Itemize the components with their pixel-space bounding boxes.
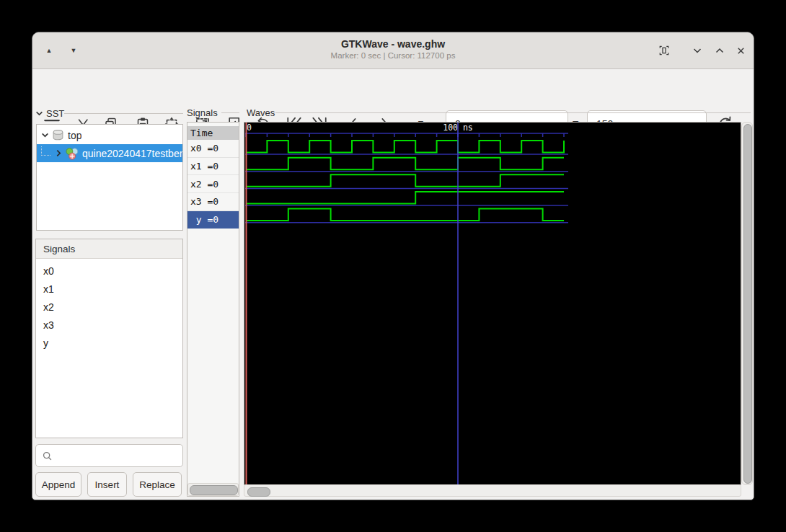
tree-guide-line [41,146,50,156]
signals-hscrollbar-track[interactable] [187,483,239,496]
wave-canvas-svg: 0100 ns [244,123,741,484]
wave-row-label-y[interactable]: y =0 [187,211,239,229]
wave-row-label-x2[interactable]: x2 =0 [187,175,239,193]
waveform-x2 [246,174,564,186]
waves-hscrollbar-thumb[interactable] [247,487,270,497]
window-title: GTKWave - wave.ghw [32,38,754,50]
expander-chevron-right-icon[interactable] [53,149,63,157]
signal-list-item-x3[interactable]: x3 [36,316,182,334]
signal-list-item-x1[interactable]: x1 [36,280,182,298]
tree-item-label: quine20240417testbench [82,148,182,159]
waves-vscrollbar-track[interactable] [741,122,753,485]
tree-item-testbench[interactable]: quine20240417testbench [37,144,182,162]
search-icon [42,451,53,461]
signal-list-item-x0[interactable]: x0 [36,262,182,280]
minimize-button[interactable] [689,43,705,58]
chevron-down-icon [35,110,43,118]
signal-list-item-x2[interactable]: x2 [36,298,182,316]
marker-cursor-status: Marker: 0 sec | Cursor: 112700 ps [32,51,754,60]
tree-item-label: top [68,130,81,141]
insert-button[interactable]: Insert [87,472,127,497]
close-button[interactable] [733,43,749,58]
wave-row-label-x3[interactable]: x3 =0 [187,193,239,211]
toolbar: From: To: [32,68,754,106]
chevron-down-icon [692,45,703,56]
fit-window-button[interactable] [656,43,672,58]
waveform-x3 [246,192,564,204]
tree-item-top[interactable]: top [37,126,182,144]
wave-row-label-x0[interactable]: x0 =0 [187,140,239,158]
hierarchy-cylinder-icon [52,129,64,141]
fit-icon [658,44,671,57]
titlebar[interactable]: ▲ ▼ GTKWave - wave.ghw Marker: 0 sec | C… [32,32,754,69]
close-icon [736,45,746,56]
maximize-button[interactable] [712,43,728,58]
signals-frame-line [221,112,239,113]
sst-signals-frame: Signals x0 x1 x2 x3 y [35,239,183,438]
timeline-origin-label: 0 [247,123,252,133]
sst-tree: top quine20240417testbench [36,124,183,231]
waves-vscrollbar-thumb[interactable] [743,124,752,484]
wave-canvas[interactable]: 0100 ns [244,122,741,485]
signal-search-box[interactable] [35,444,183,467]
sst-frame-line [64,113,183,114]
waveform-x0 [246,141,564,153]
module-spheres-icon [66,147,79,160]
sst-label: SST [46,108,64,119]
sst-expander[interactable]: SST [35,108,64,119]
append-button[interactable]: Append [35,472,81,497]
waves-hscrollbar-track[interactable] [244,484,741,497]
signal-list-item-y[interactable]: y [36,334,182,352]
signals-frame-label: Signals [187,107,218,118]
time-header: Time [187,126,239,140]
wave-row-label-x1[interactable]: x1 =0 [187,158,239,176]
sst-signals-header: Signals [36,239,182,259]
signal-names-panel: Time x0 =0 x1 =0 x2 =0 x3 =0 y =0 [187,122,239,497]
gtkwave-window: ▲ ▼ GTKWave - wave.ghw Marker: 0 sec | C… [32,32,754,500]
replace-button[interactable]: Replace [133,472,182,497]
waves-frame-label: Waves [247,107,275,118]
expander-chevron-down-icon[interactable] [40,131,50,139]
waveform-y [246,209,564,221]
waves-frame-line [275,112,751,113]
waveform-x1 [246,158,564,170]
chevron-up-icon [714,45,725,56]
signals-hscrollbar-thumb[interactable] [190,485,238,495]
